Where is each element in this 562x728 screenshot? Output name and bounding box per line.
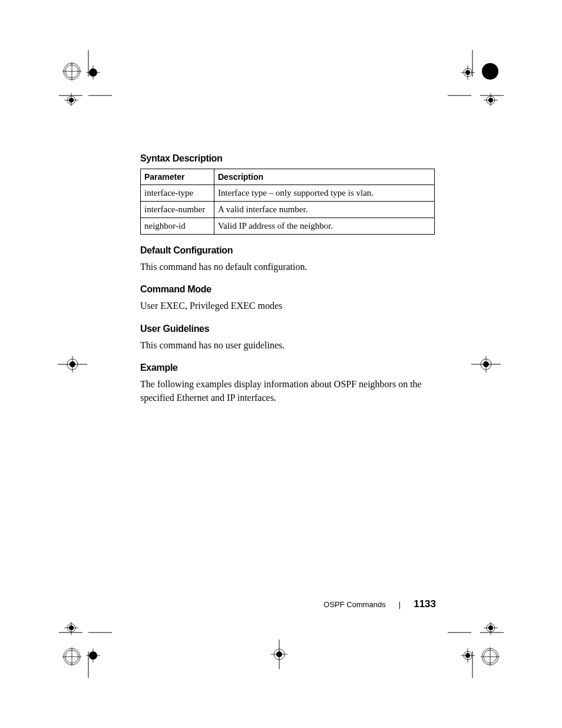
heading-syntax: Syntax Description	[140, 153, 435, 164]
svg-point-37	[69, 625, 74, 630]
parameter-table: Parameter Description interface-type Int…	[140, 169, 435, 235]
svg-point-0	[64, 63, 80, 80]
svg-point-1	[65, 65, 78, 78]
table-cell-param: neighbor-id	[141, 218, 214, 235]
svg-point-45	[65, 650, 78, 663]
table-cell-desc: A valid interface number.	[214, 202, 435, 218]
text-command-mode: User EXEC, Privileged EXEC modes	[140, 299, 435, 312]
table-cell-desc: Interface type – only supported type is …	[214, 185, 435, 202]
svg-point-54	[487, 624, 495, 632]
table-header-description: Description	[214, 169, 435, 185]
page-footer: OSPF Commands | 1133	[0, 598, 436, 610]
svg-point-19	[482, 63, 498, 80]
page-content: Syntax Description Parameter Description…	[140, 153, 435, 406]
table-row: neighbor-id Valid IP address of the neig…	[141, 218, 435, 235]
text-default-config: This command has no default configuratio…	[140, 261, 435, 274]
svg-point-31	[481, 359, 491, 370]
svg-point-36	[67, 624, 75, 632]
svg-point-6	[89, 68, 97, 77]
footer-page-number: 1133	[414, 598, 436, 610]
crop-mark-bottom-left	[59, 622, 112, 678]
svg-point-63	[482, 648, 498, 665]
table-row: interface-type Interface type – only sup…	[141, 185, 435, 202]
svg-point-11	[69, 98, 74, 103]
table-header-parameter: Parameter	[141, 169, 214, 185]
svg-point-27	[67, 359, 78, 370]
svg-point-15	[464, 68, 472, 77]
crop-mark-right-middle	[471, 353, 501, 376]
svg-point-64	[484, 650, 497, 663]
svg-point-28	[70, 361, 75, 367]
text-example: The following examples display informati…	[140, 378, 435, 404]
crop-mark-top-left	[59, 50, 112, 106]
crop-mark-left-middle	[58, 353, 87, 376]
heading-command-mode: Command Mode	[140, 284, 435, 295]
footer-section-name: OSPF Commands	[323, 600, 385, 609]
svg-point-22	[487, 96, 495, 104]
heading-user-guidelines: User Guidelines	[140, 324, 435, 334]
heading-example: Example	[140, 363, 435, 373]
table-cell-desc: Valid IP address of the neighbor.	[214, 218, 435, 235]
table-row: interface-number A valid interface numbe…	[141, 202, 435, 218]
svg-point-44	[64, 648, 80, 665]
svg-point-23	[488, 98, 493, 103]
svg-point-50	[276, 651, 282, 657]
table-cell-param: interface-type	[141, 185, 214, 202]
heading-default-config: Default Configuration	[140, 245, 435, 256]
footer-separator: |	[399, 600, 401, 609]
table-cell-param: interface-number	[141, 202, 214, 218]
crop-mark-bottom-right	[448, 622, 504, 678]
svg-point-10	[67, 96, 75, 104]
svg-point-60	[465, 653, 470, 658]
svg-point-49	[274, 649, 285, 660]
svg-point-55	[488, 625, 493, 630]
text-user-guidelines: This command has no user guidelines.	[140, 339, 435, 352]
svg-point-16	[465, 70, 470, 75]
svg-point-59	[464, 651, 472, 660]
crop-mark-bottom-middle	[267, 640, 291, 669]
crop-mark-top-right	[448, 50, 504, 106]
svg-point-41	[89, 651, 97, 660]
svg-point-32	[483, 361, 489, 367]
